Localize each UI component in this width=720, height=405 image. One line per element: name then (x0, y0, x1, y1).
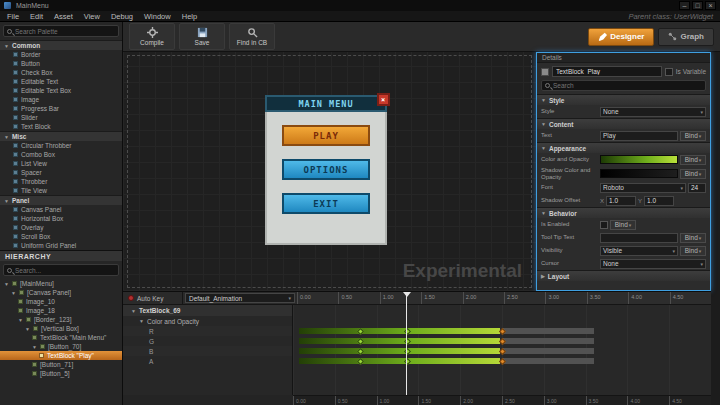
palette-item-spacer[interactable]: Spacer (0, 168, 122, 177)
timeline-ruler[interactable]: 0.00 0.50 1.00 1.50 2.00 2.50 3.00 3.50 … (297, 292, 711, 304)
hierarchy-node-vertical-box[interactable]: ▼[Vertical Box] (0, 324, 122, 333)
find-in-cb-button[interactable]: Find in CB (229, 23, 275, 50)
chevron-down-icon[interactable]: ▼ (4, 281, 9, 287)
visibility-bind-button[interactable]: Bind ▾ (680, 246, 706, 256)
shadow-color-bind-button[interactable]: Bind ▾ (680, 169, 706, 179)
is-enabled-checkbox[interactable] (600, 221, 608, 229)
color-swatch[interactable] (600, 155, 678, 164)
channel-b-track[interactable] (293, 346, 711, 356)
minimize-button[interactable]: – (679, 1, 690, 10)
shadow-offset-y-field[interactable]: 1.0 (644, 196, 674, 206)
is-variable-checkbox[interactable] (665, 68, 673, 76)
palette-group-common[interactable]: ▼ Common (0, 40, 122, 50)
palette-search-input[interactable] (15, 28, 115, 35)
hold-track-bar[interactable] (502, 358, 594, 364)
track-group-row[interactable]: ▼ Color and Opacity (123, 316, 292, 326)
details-search-input[interactable] (553, 82, 702, 89)
font-size-field[interactable]: 24 (688, 183, 706, 193)
hold-track-bar[interactable] (502, 348, 594, 354)
menu-file[interactable]: File (7, 12, 19, 21)
gradient-track-bar[interactable] (299, 328, 500, 334)
palette-item-combo-box[interactable]: Combo Box (0, 150, 122, 159)
palette-item-progress-bar[interactable]: Progress Bar (0, 104, 122, 113)
is-enabled-bind-button[interactable]: Bind ▾ (610, 220, 636, 230)
text-input[interactable]: Play (600, 131, 678, 141)
hierarchy-node-image18[interactable]: Image_18 (0, 306, 122, 315)
palette-item-editable-text[interactable]: Editable Text (0, 77, 122, 86)
palette-item-image[interactable]: Image (0, 95, 122, 104)
palette-item-button[interactable]: Button (0, 59, 122, 68)
menu-asset[interactable]: Asset (54, 12, 73, 21)
palette-item-overlay[interactable]: Overlay (0, 223, 122, 232)
menu-edit[interactable]: Edit (30, 12, 43, 21)
details-search[interactable] (541, 80, 706, 91)
palette-item-border[interactable]: Border (0, 50, 122, 59)
compile-button[interactable]: Compile (129, 23, 175, 50)
hierarchy-node-border[interactable]: ▼[Border_123] (0, 315, 122, 324)
palette-item-throbber[interactable]: Throbber (0, 177, 122, 186)
color-bind-button[interactable]: Bind ▾ (680, 155, 706, 165)
preview-dialog-titlebar[interactable]: MAIN MENU × (265, 95, 387, 112)
channel-r-row[interactable]: R (123, 326, 292, 336)
style-select[interactable]: None ▾ (600, 107, 706, 117)
palette-item-uniform-grid[interactable]: Uniform Grid Panel (0, 241, 122, 250)
palette-item-tile-view[interactable]: Tile View (0, 186, 122, 195)
hierarchy-node-root[interactable]: ▼[MainMenu] (0, 279, 122, 288)
graph-mode-button[interactable]: Graph (658, 28, 714, 46)
timeline-bottom-ruler[interactable]: 0.00 0.50 1.00 1.50 2.00 2.50 3.00 3.50 … (293, 395, 711, 405)
text-bind-button[interactable]: Bind ▾ (680, 131, 706, 141)
track-area[interactable] (293, 305, 711, 395)
hierarchy-node-button5[interactable]: [Button_5] (0, 369, 122, 378)
playhead[interactable] (406, 292, 407, 395)
gradient-track-bar[interactable] (299, 348, 500, 354)
designer-mode-button[interactable]: Designer (588, 28, 654, 46)
close-button[interactable]: × (705, 1, 716, 10)
palette-group-panel[interactable]: ▼ Panel (0, 195, 122, 205)
hold-track-bar[interactable] (502, 328, 594, 334)
tooltip-bind-button[interactable]: Bind ▾ (680, 233, 706, 243)
menu-view[interactable]: View (84, 12, 100, 21)
channel-r-track[interactable] (293, 326, 711, 336)
section-style[interactable]: ▼ Style (537, 94, 710, 105)
hierarchy-node-image10[interactable]: Image_10 (0, 297, 122, 306)
channel-a-track[interactable] (293, 356, 711, 366)
chevron-down-icon[interactable]: ▼ (32, 344, 37, 350)
chevron-down-icon[interactable]: ▼ (18, 317, 23, 323)
preview-play-button[interactable]: PLAY (282, 125, 370, 146)
hierarchy-node-textblock-play[interactable]: TextBlock "Play" (0, 351, 122, 360)
section-layout[interactable]: ▶ Layout (537, 270, 710, 281)
preview-close-button[interactable]: × (377, 93, 390, 106)
preview-main-menu-dialog[interactable]: MAIN MENU × PLAY OPTIONS EXIT (265, 95, 387, 245)
font-family-select[interactable]: Roboto ▾ (600, 183, 686, 193)
hierarchy-search-input[interactable] (15, 267, 115, 274)
maximize-button[interactable]: □ (692, 1, 703, 10)
channel-g-track[interactable] (293, 336, 711, 346)
hold-track-bar[interactable] (502, 338, 594, 344)
hierarchy-node-canvas[interactable]: ▼[Canvas Panel] (0, 288, 122, 297)
palette-item-text-block[interactable]: Text Block (0, 122, 122, 131)
hierarchy-node-textblock-mainmenu[interactable]: TextBlock "Main Menu" (0, 333, 122, 342)
menu-debug[interactable]: Debug (111, 12, 133, 21)
channel-a-row[interactable]: A (123, 356, 292, 366)
hierarchy-node-button70[interactable]: ▼[Button_70] (0, 342, 122, 351)
palette-item-circular-throbber[interactable]: Circular Throbber (0, 141, 122, 150)
gradient-track-bar[interactable] (299, 358, 500, 364)
save-button[interactable]: Save (179, 23, 225, 50)
details-tab[interactable]: Details (537, 53, 710, 63)
palette-group-misc[interactable]: ▼ Misc (0, 131, 122, 141)
shadow-color-swatch[interactable] (600, 169, 678, 178)
preview-options-button[interactable]: OPTIONS (282, 159, 370, 180)
hierarchy-node-button71[interactable]: [Button_71] (0, 360, 122, 369)
channel-g-row[interactable]: G (123, 336, 292, 346)
track-root-row[interactable]: ▼ TextBlock_69 (123, 305, 292, 316)
hierarchy-search[interactable] (3, 264, 119, 276)
preview-exit-button[interactable]: EXIT (282, 193, 370, 214)
section-content[interactable]: ▼ Content (537, 118, 710, 129)
palette-item-canvas-panel[interactable]: Canvas Panel (0, 205, 122, 214)
widget-name-input[interactable] (552, 66, 662, 77)
palette-item-slider[interactable]: Slider (0, 113, 122, 122)
cursor-select[interactable]: None ▾ (600, 259, 706, 269)
palette-item-editable-text-box[interactable]: Editable Text Box (0, 86, 122, 95)
menu-help[interactable]: Help (182, 12, 197, 21)
channel-b-row[interactable]: B (123, 346, 292, 356)
